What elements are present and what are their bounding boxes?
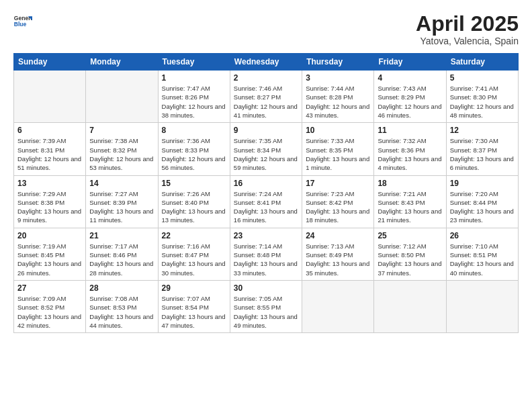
day-number: 15	[162, 179, 226, 188]
day-info: Sunrise: 7:44 AM Sunset: 8:28 PM Dayligh…	[306, 84, 370, 120]
day-number: 5	[450, 73, 515, 83]
logo-icon: General Blue	[13, 12, 32, 31]
page-header: General Blue April 2025 Yatova, Valencia…	[13, 12, 519, 46]
day-info: Sunrise: 7:38 AM Sunset: 8:32 PM Dayligh…	[89, 136, 154, 172]
day-number: 27	[17, 283, 82, 293]
day-info: Sunrise: 7:27 AM Sunset: 8:39 PM Dayligh…	[89, 189, 154, 225]
calendar-cell-1-6: 4Sunrise: 7:43 AM Sunset: 8:29 PM Daylig…	[374, 71, 446, 123]
day-info: Sunrise: 7:26 AM Sunset: 8:40 PM Dayligh…	[162, 189, 226, 225]
day-number: 7	[89, 126, 154, 135]
calendar-cell-2-2: 7Sunrise: 7:38 AM Sunset: 8:32 PM Daylig…	[86, 123, 158, 175]
calendar-week-1: 1Sunrise: 7:47 AM Sunset: 8:26 PM Daylig…	[14, 71, 519, 123]
day-number: 24	[306, 231, 370, 240]
calendar-cell-4-1: 20Sunrise: 7:19 AM Sunset: 8:45 PM Dayli…	[14, 228, 86, 280]
header-thursday: Thursday	[302, 54, 374, 71]
calendar-cell-1-2	[86, 71, 158, 123]
weekday-header-row: Sunday Monday Tuesday Wednesday Thursday…	[14, 54, 519, 71]
day-number: 20	[17, 231, 82, 240]
calendar-cell-1-3: 1Sunrise: 7:47 AM Sunset: 8:26 PM Daylig…	[158, 71, 230, 123]
header-wednesday: Wednesday	[230, 54, 302, 71]
day-info: Sunrise: 7:21 AM Sunset: 8:43 PM Dayligh…	[378, 189, 442, 225]
calendar-cell-3-2: 14Sunrise: 7:27 AM Sunset: 8:39 PM Dayli…	[86, 175, 158, 228]
calendar-week-2: 6Sunrise: 7:39 AM Sunset: 8:31 PM Daylig…	[14, 123, 519, 175]
calendar-week-3: 13Sunrise: 7:29 AM Sunset: 8:38 PM Dayli…	[14, 175, 519, 228]
day-info: Sunrise: 7:08 AM Sunset: 8:53 PM Dayligh…	[89, 294, 154, 330]
day-info: Sunrise: 7:19 AM Sunset: 8:45 PM Dayligh…	[17, 242, 82, 277]
day-number: 3	[306, 73, 370, 83]
day-number: 9	[234, 126, 298, 135]
day-info: Sunrise: 7:36 AM Sunset: 8:33 PM Dayligh…	[162, 136, 226, 172]
calendar-cell-5-5	[302, 280, 374, 332]
calendar-cell-2-7: 12Sunrise: 7:30 AM Sunset: 8:37 PM Dayli…	[446, 123, 518, 175]
day-info: Sunrise: 7:33 AM Sunset: 8:35 PM Dayligh…	[306, 136, 370, 172]
svg-text:General: General	[14, 15, 32, 21]
day-number: 21	[89, 231, 154, 240]
calendar-cell-5-4: 30Sunrise: 7:05 AM Sunset: 8:55 PM Dayli…	[230, 280, 302, 332]
day-number: 18	[378, 179, 442, 188]
day-number: 30	[234, 283, 298, 293]
day-info: Sunrise: 7:46 AM Sunset: 8:27 PM Dayligh…	[234, 84, 298, 120]
day-number: 6	[17, 126, 82, 135]
day-number: 10	[306, 126, 370, 135]
day-info: Sunrise: 7:24 AM Sunset: 8:41 PM Dayligh…	[234, 189, 298, 225]
day-number: 13	[17, 179, 82, 188]
day-info: Sunrise: 7:07 AM Sunset: 8:54 PM Dayligh…	[162, 294, 226, 330]
calendar-week-4: 20Sunrise: 7:19 AM Sunset: 8:45 PM Dayli…	[14, 228, 519, 280]
calendar-cell-5-6	[374, 280, 446, 332]
calendar-cell-1-5: 3Sunrise: 7:44 AM Sunset: 8:28 PM Daylig…	[302, 71, 374, 123]
day-info: Sunrise: 7:35 AM Sunset: 8:34 PM Dayligh…	[234, 136, 298, 172]
day-info: Sunrise: 7:20 AM Sunset: 8:44 PM Dayligh…	[450, 189, 515, 225]
calendar-cell-3-5: 17Sunrise: 7:23 AM Sunset: 8:42 PM Dayli…	[302, 175, 374, 228]
day-info: Sunrise: 7:12 AM Sunset: 8:50 PM Dayligh…	[378, 242, 442, 277]
calendar-week-5: 27Sunrise: 7:09 AM Sunset: 8:52 PM Dayli…	[14, 280, 519, 332]
header-friday: Friday	[374, 54, 446, 71]
day-number: 28	[89, 283, 154, 293]
calendar-cell-1-4: 2Sunrise: 7:46 AM Sunset: 8:27 PM Daylig…	[230, 71, 302, 123]
day-number: 16	[234, 179, 298, 188]
day-info: Sunrise: 7:05 AM Sunset: 8:55 PM Dayligh…	[234, 294, 298, 330]
day-number: 11	[378, 126, 442, 135]
calendar-cell-2-4: 9Sunrise: 7:35 AM Sunset: 8:34 PM Daylig…	[230, 123, 302, 175]
day-number: 14	[89, 179, 154, 188]
calendar-cell-2-5: 10Sunrise: 7:33 AM Sunset: 8:35 PM Dayli…	[302, 123, 374, 175]
calendar-table: Sunday Monday Tuesday Wednesday Thursday…	[13, 53, 519, 333]
calendar-cell-3-1: 13Sunrise: 7:29 AM Sunset: 8:38 PM Dayli…	[14, 175, 86, 228]
svg-text:Blue: Blue	[14, 21, 27, 28]
calendar-cell-4-6: 25Sunrise: 7:12 AM Sunset: 8:50 PM Dayli…	[374, 228, 446, 280]
day-number: 1	[162, 73, 226, 83]
calendar-cell-2-1: 6Sunrise: 7:39 AM Sunset: 8:31 PM Daylig…	[14, 123, 86, 175]
header-tuesday: Tuesday	[158, 54, 230, 71]
day-info: Sunrise: 7:10 AM Sunset: 8:51 PM Dayligh…	[450, 242, 515, 277]
calendar-cell-2-6: 11Sunrise: 7:32 AM Sunset: 8:36 PM Dayli…	[374, 123, 446, 175]
day-info: Sunrise: 7:47 AM Sunset: 8:26 PM Dayligh…	[162, 84, 226, 120]
calendar-cell-5-1: 27Sunrise: 7:09 AM Sunset: 8:52 PM Dayli…	[14, 280, 86, 332]
day-info: Sunrise: 7:23 AM Sunset: 8:42 PM Dayligh…	[306, 189, 370, 225]
calendar-cell-3-3: 15Sunrise: 7:26 AM Sunset: 8:40 PM Dayli…	[158, 175, 230, 228]
day-info: Sunrise: 7:32 AM Sunset: 8:36 PM Dayligh…	[378, 136, 442, 172]
day-info: Sunrise: 7:14 AM Sunset: 8:48 PM Dayligh…	[234, 242, 298, 277]
calendar-cell-4-7: 26Sunrise: 7:10 AM Sunset: 8:51 PM Dayli…	[446, 228, 518, 280]
day-number: 23	[234, 231, 298, 240]
day-number: 29	[162, 283, 226, 293]
calendar-cell-4-2: 21Sunrise: 7:17 AM Sunset: 8:46 PM Dayli…	[86, 228, 158, 280]
day-info: Sunrise: 7:29 AM Sunset: 8:38 PM Dayligh…	[17, 189, 82, 225]
calendar-cell-4-3: 22Sunrise: 7:16 AM Sunset: 8:47 PM Dayli…	[158, 228, 230, 280]
calendar-cell-4-4: 23Sunrise: 7:14 AM Sunset: 8:48 PM Dayli…	[230, 228, 302, 280]
calendar-location: Yatova, Valencia, Spain	[416, 36, 519, 46]
calendar-cell-1-7: 5Sunrise: 7:41 AM Sunset: 8:30 PM Daylig…	[446, 71, 518, 123]
calendar-cell-3-6: 18Sunrise: 7:21 AM Sunset: 8:43 PM Dayli…	[374, 175, 446, 228]
day-info: Sunrise: 7:16 AM Sunset: 8:47 PM Dayligh…	[162, 242, 226, 277]
day-info: Sunrise: 7:39 AM Sunset: 8:31 PM Dayligh…	[17, 136, 82, 172]
calendar-cell-5-7	[446, 280, 518, 332]
day-info: Sunrise: 7:13 AM Sunset: 8:49 PM Dayligh…	[306, 242, 370, 277]
day-number: 2	[234, 73, 298, 83]
day-number: 22	[162, 231, 226, 240]
day-number: 19	[450, 179, 515, 188]
day-number: 26	[450, 231, 515, 240]
calendar-title: April 2025	[416, 12, 519, 36]
calendar-cell-5-3: 29Sunrise: 7:07 AM Sunset: 8:54 PM Dayli…	[158, 280, 230, 332]
calendar-cell-4-5: 24Sunrise: 7:13 AM Sunset: 8:49 PM Dayli…	[302, 228, 374, 280]
calendar-cell-5-2: 28Sunrise: 7:08 AM Sunset: 8:53 PM Dayli…	[86, 280, 158, 332]
calendar-cell-1-1	[14, 71, 86, 123]
header-saturday: Saturday	[446, 54, 518, 71]
